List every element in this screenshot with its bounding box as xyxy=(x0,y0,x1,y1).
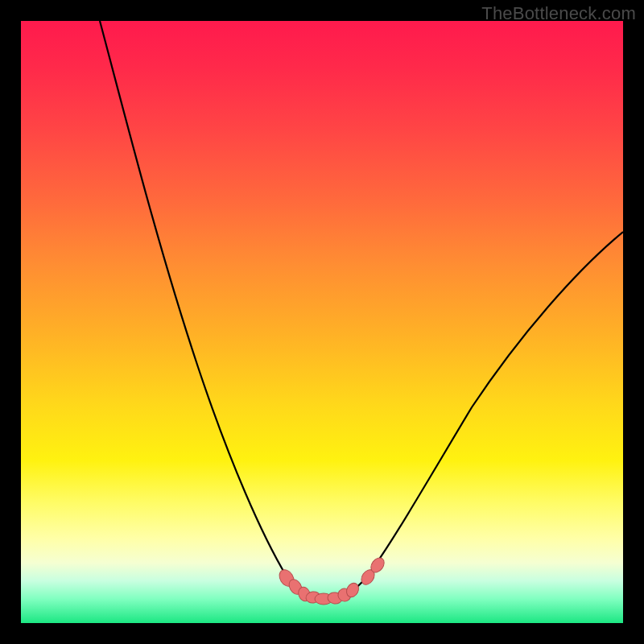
right-curve xyxy=(322,232,623,599)
chart-frame xyxy=(21,21,623,623)
bottleneck-curve xyxy=(21,21,623,623)
source-watermark: TheBottleneck.com xyxy=(481,3,636,24)
bottom-markers xyxy=(276,555,386,605)
left-curve xyxy=(100,21,322,599)
